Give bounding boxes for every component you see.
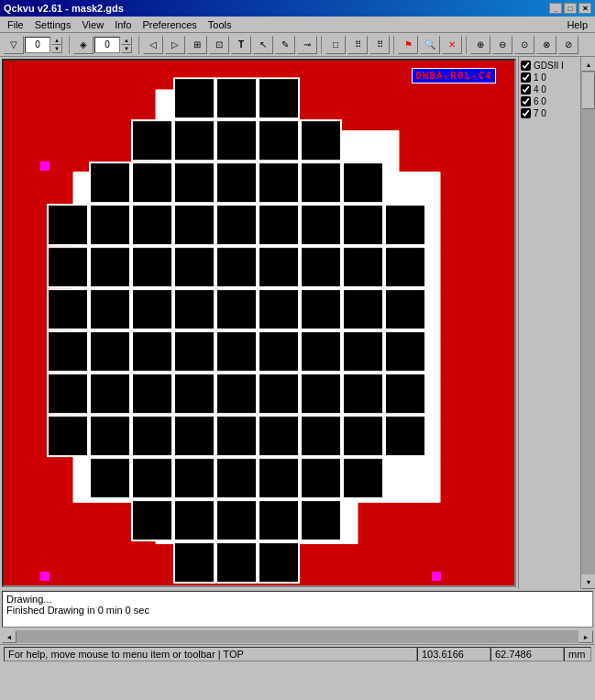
chip-cell [302,121,340,160]
scroll-track[interactable] [581,72,595,574]
layer-label-6: 6 0 [534,96,546,106]
menu-file[interactable]: File [2,18,29,31]
chip-cell [175,501,214,539]
sep5 [466,36,467,54]
zoom-fit-icon[interactable]: ⊙ [514,36,534,54]
chip-cell [259,206,298,244]
layer-item-GDSII: GDSII I [521,61,578,71]
menu-help[interactable]: Help [561,18,593,31]
scroll-down-button[interactable]: ▼ [581,574,595,589]
chip-cell [386,248,424,286]
layer-item-7: 7 0 [521,108,578,118]
chip-cell [302,459,340,497]
chip-cell [217,501,256,539]
menu-settings[interactable]: Settings [29,18,77,31]
maximize-button[interactable]: □ [564,3,577,14]
menu-view[interactable]: View [76,18,109,31]
dots2-icon[interactable]: ⠿ [369,36,390,54]
zoom-reset-icon[interactable]: ⊗ [536,36,556,54]
ruler-icon[interactable]: ⊸ [297,36,317,54]
toolbar-filter-group: ▽ ▲ ▼ [4,36,62,54]
canvas-area[interactable]: DWBA-R0L-C4 [2,59,516,587]
grid2-icon[interactable]: ⊡ [209,36,229,54]
layer-checkbox-6[interactable] [521,96,531,106]
chip-cell [133,206,171,244]
chip-cell [302,501,340,539]
sep3 [321,36,322,54]
zoom-in-icon[interactable]: ⊕ [470,36,490,54]
flag-icon[interactable]: ⚑ [398,36,418,54]
chip-cell [217,206,256,244]
chip-cell [217,248,256,286]
chip-cell [302,374,340,413]
box-icon[interactable]: □ [325,36,346,54]
text-icon[interactable]: T [231,36,251,54]
cursor-icon[interactable]: ↖ [253,36,273,54]
dots-icon[interactable]: ⠿ [347,36,368,54]
layer-checkbox-GDSII[interactable] [521,61,531,71]
grid-icon[interactable]: ⊞ [187,36,207,54]
hscroll-right-button[interactable]: ► [578,630,593,643]
log-line1: Drawing... [6,594,589,605]
nav-back-icon[interactable]: ◁ [143,36,163,54]
main-area: DWBA-R0L-C4 GDSII I [0,57,595,589]
close-icon[interactable]: ✕ [442,36,462,54]
chip-cell [344,374,382,413]
menu-info[interactable]: Info [109,18,137,31]
chip-cell [344,290,382,328]
edit-icon[interactable]: ✎ [275,36,295,54]
zoom-out-icon[interactable]: ⊖ [492,36,512,54]
status-y-coord: 62.7486 [490,647,564,661]
chip-cell [49,374,87,413]
chip-cell [91,417,129,455]
chip-cell [133,163,171,202]
minimize-button[interactable]: _ [549,3,562,14]
layer-checkbox-4[interactable] [521,84,531,94]
chip-cell [302,206,340,244]
layer-icon[interactable]: ◈ [73,36,94,54]
sep2 [138,36,139,54]
nav-fwd-icon[interactable]: ▷ [165,36,185,54]
vertical-scrollbar: ▲ ▼ [580,57,595,589]
chip-cell [344,332,382,371]
chip-cell [175,543,214,582]
chip-cell [133,332,171,371]
chip-cell [175,417,214,455]
filter-icon[interactable]: ▽ [4,36,24,54]
right-panel: GDSII I 1 0 4 0 6 0 7 0 [518,57,580,589]
scroll-thumb[interactable] [582,72,595,109]
hscroll-left-button[interactable]: ◄ [2,630,17,643]
chip-cell [344,248,382,286]
filter-up[interactable]: ▲ [51,37,62,45]
scroll-up-button[interactable]: ▲ [581,57,595,72]
filter-value[interactable] [25,37,50,53]
chip-cell [259,121,298,160]
layer-value[interactable] [94,37,120,53]
zoom-custom-icon[interactable]: ⊘ [558,36,578,54]
close-button[interactable]: ✕ [578,3,591,14]
chip-cell [91,459,129,497]
chip-cell [302,290,340,328]
chip-cell [175,374,214,413]
chip-cell [344,163,382,202]
layer-up[interactable]: ▲ [121,37,132,45]
chip-cell [259,374,298,413]
chip-cell [217,290,256,328]
layer-down[interactable]: ▼ [121,45,132,53]
chip-cell [133,501,171,539]
chip-cell [259,459,298,497]
window-controls: _ □ ✕ [549,3,591,14]
search-icon[interactable]: 🔍 [420,36,440,54]
chip-cell [133,459,171,497]
menu-tools[interactable]: Tools [203,18,237,31]
chip-cell [217,79,256,117]
filter-down[interactable]: ▼ [51,45,62,53]
layer-checkbox-7[interactable] [521,108,531,118]
layer-item-6: 6 0 [521,96,578,106]
chip-cell [175,332,214,371]
menu-preferences[interactable]: Preferences [138,18,203,31]
chip-cell [217,121,256,160]
hscroll-track[interactable] [17,630,578,643]
chip-cell [386,374,424,413]
layer-checkbox-1[interactable] [521,72,531,83]
